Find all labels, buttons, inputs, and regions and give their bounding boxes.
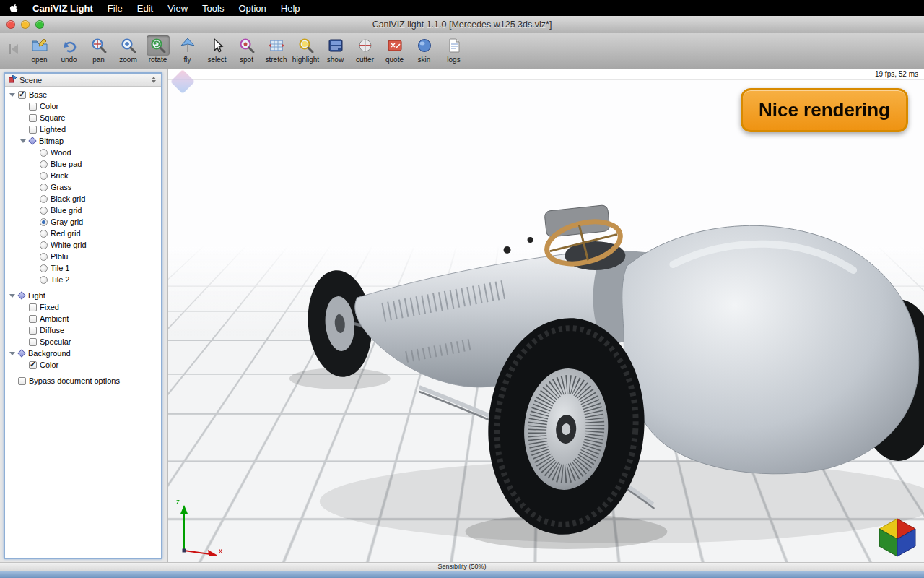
tree-item-label: Color [40, 361, 58, 369]
window-title-bar: CaniVIZ light 1.1.0 [Mercedes w125 3ds.v… [0, 16, 924, 33]
menu-item-tools[interactable]: Tools [202, 3, 224, 14]
tree-item-color[interactable]: Color [5, 100, 161, 112]
fly-icon [176, 35, 199, 56]
checkbox[interactable] [18, 377, 26, 385]
menu-item-help[interactable]: Help [281, 3, 300, 14]
zoom-window-button[interactable] [35, 20, 44, 29]
tree-item-background[interactable]: Background [5, 348, 161, 359]
tree-item-light[interactable]: Light [5, 290, 161, 301]
menu-item-view[interactable]: View [167, 3, 188, 14]
menu-item-option[interactable]: Option [238, 3, 266, 14]
checkbox[interactable] [29, 114, 37, 122]
tree-item-lighted[interactable]: Lighted [5, 124, 161, 135]
minimize-button[interactable] [21, 20, 30, 29]
show-button[interactable]: show [321, 35, 350, 64]
scene-panel-header[interactable]: Scene [5, 74, 161, 87]
checkbox[interactable] [29, 103, 37, 111]
radio-button[interactable] [40, 218, 48, 226]
spot-icon [235, 35, 258, 56]
logs-button[interactable]: logs [439, 35, 468, 64]
axis-indicator: z x [174, 496, 226, 556]
tree-item-tile-2[interactable]: Tile 2 [5, 274, 161, 285]
quote-icon [383, 35, 406, 56]
spot-button[interactable]: spot [232, 35, 261, 64]
tree-item-label: Blue pad [51, 160, 82, 168]
radio-button[interactable] [40, 207, 48, 215]
radio-button[interactable] [40, 172, 48, 180]
radio-button[interactable] [40, 241, 48, 249]
stretch-icon [265, 35, 288, 56]
radio-button[interactable] [40, 230, 48, 238]
traffic-lights [6, 20, 44, 29]
tree-item-blue-grid[interactable]: Blue grid [5, 204, 161, 216]
zoom-button[interactable]: zoom [113, 35, 143, 64]
tree-item-label: Bitmap [39, 137, 64, 145]
menu-items: FileEditViewToolsOptionHelp [108, 3, 300, 14]
quote-button[interactable]: quote [380, 35, 409, 64]
viewport-3d[interactable]: 19 fps, 52 ms [167, 69, 924, 562]
tree-item-tile-1[interactable]: Tile 1 [5, 262, 161, 274]
disclosure-triangle-icon[interactable] [9, 294, 15, 298]
bottom-bar[interactable] [0, 571, 924, 578]
tree-item-grass[interactable]: Grass [5, 181, 161, 193]
tree-item-black-grid[interactable]: Black grid [5, 193, 161, 204]
menu-item-file[interactable]: File [108, 3, 123, 14]
highlight-button[interactable]: highlight [291, 35, 321, 64]
close-button[interactable] [6, 20, 15, 29]
checkbox[interactable] [29, 126, 37, 134]
radio-button[interactable] [40, 160, 48, 168]
toolbar: openundopanzoomrotateflyselectspotstretc… [0, 33, 924, 69]
tree-item-fixed[interactable]: Fixed [5, 301, 161, 313]
disclosure-triangle-icon[interactable] [9, 93, 15, 97]
app-menu[interactable]: CaniVIZ Light [32, 3, 93, 14]
tree-item-ambient[interactable]: Ambient [5, 313, 161, 324]
rotate-button[interactable]: rotate [143, 35, 173, 64]
tree-item-gray-grid[interactable]: Gray grid [5, 216, 161, 228]
menu-item-edit[interactable]: Edit [137, 3, 153, 14]
toolbar-button-label: skin [418, 56, 431, 64]
fly-button[interactable]: fly [173, 35, 202, 64]
skin-button[interactable]: skin [409, 35, 439, 64]
stretch-button[interactable]: stretch [261, 35, 291, 64]
tree-item-brick[interactable]: Brick [5, 170, 161, 181]
apple-icon[interactable] [9, 3, 18, 14]
tree-item-white-grid[interactable]: White grid [5, 239, 161, 251]
scene-stepper[interactable] [150, 77, 157, 83]
undo-button[interactable]: undo [54, 35, 84, 64]
tree-item-label: Lighted [40, 125, 66, 134]
checkbox[interactable] [29, 315, 37, 323]
radio-button[interactable] [40, 184, 48, 191]
tree-item-base[interactable]: Base [5, 89, 161, 100]
scene-icon [9, 75, 17, 85]
tree-item-plblu[interactable]: Plblu [5, 251, 161, 262]
checkbox[interactable] [29, 303, 37, 311]
toolbar-button-label: spot [240, 56, 253, 64]
select-button[interactable]: select [202, 35, 232, 64]
disclosure-triangle-icon[interactable] [20, 139, 26, 143]
checkbox[interactable] [29, 338, 37, 346]
tree-item-wood[interactable]: Wood [5, 147, 161, 158]
disclosure-triangle-icon[interactable] [9, 352, 15, 355]
tree-item-red-grid[interactable]: Red grid [5, 228, 161, 239]
toolbar-button-label: pan [92, 56, 105, 64]
nav-back-button[interactable] [3, 35, 25, 66]
radio-button[interactable] [40, 149, 48, 157]
tree-item-bypass-document-options[interactable]: Bypass document options [5, 375, 161, 387]
tree-item-label: Color [40, 102, 58, 111]
open-button[interactable]: open [25, 35, 54, 64]
radio-button[interactable] [40, 195, 48, 203]
tree-item-blue-pad[interactable]: Blue pad [5, 158, 161, 170]
pan-button[interactable]: pan [84, 35, 113, 64]
radio-button[interactable] [40, 253, 48, 261]
tree-item-diffuse[interactable]: Diffuse [5, 324, 161, 336]
tree-item-bitmap[interactable]: Bitmap [5, 135, 161, 147]
checkbox[interactable] [18, 91, 26, 99]
checkbox[interactable] [29, 327, 37, 335]
checkbox[interactable] [29, 361, 37, 369]
radio-button[interactable] [40, 264, 48, 272]
cutter-button[interactable]: cutter [350, 35, 380, 64]
tree-item-specular[interactable]: Specular [5, 336, 161, 348]
tree-item-square[interactable]: Square [5, 112, 161, 124]
radio-button[interactable] [40, 276, 48, 284]
tree-item-color[interactable]: Color [5, 359, 161, 371]
